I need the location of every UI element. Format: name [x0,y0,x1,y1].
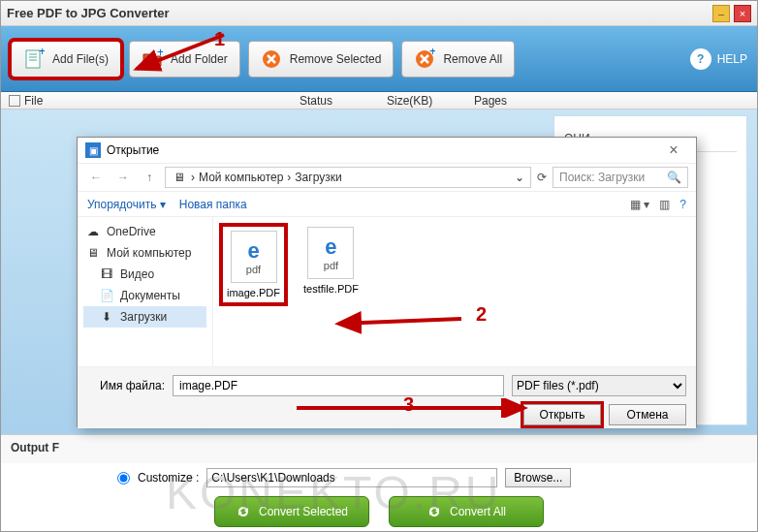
file-plus-icon: + [23,48,45,70]
dialog-sidebar: ☁OneDrive 🖥Мой компьютер 🎞Видео 📄Докумен… [78,217,213,366]
output-options: Customize : Browse... [1,463,757,492]
col-size: Size(KB) [387,94,474,108]
file-item[interactable]: epdf testfile.PDF [303,227,359,295]
forward-button[interactable]: → [112,167,134,188]
up-button[interactable]: ↑ [140,168,159,187]
pdf-icon: e [247,238,259,264]
filename-input[interactable] [173,375,504,396]
convert-selected-button[interactable]: Convert Selected [214,496,369,527]
sidebar-item-downloads[interactable]: ⬇Загрузки [83,306,206,328]
convert-all-button[interactable]: Convert All [389,496,544,527]
svg-text:+: + [39,48,45,58]
back-button[interactable]: ← [85,167,107,188]
cancel-button[interactable]: Отмена [609,404,686,425]
remove-all-label: Remove All [443,52,502,66]
dialog-app-icon: ▣ [85,142,101,158]
select-all-checkbox[interactable] [9,95,20,107]
minimize-button[interactable]: – [712,5,730,22]
pdf-icon: e [325,235,336,260]
sidebar-item-video[interactable]: 🎞Видео [83,264,206,285]
customize-label: Customize : [138,471,199,485]
dialog-tools: Упорядочить ▾ Новая папка ▦ ▾ ▥ ? [78,192,696,217]
remove-x-icon: + [414,48,435,70]
computer-icon: 🖥 [172,170,187,185]
dialog-titlebar: ▣ Открытие × [78,138,696,163]
customize-radio[interactable] [117,472,130,485]
dialog-file-grid[interactable]: epdf image.PDF epdf testfile.PDF [213,217,696,366]
output-section-label: Output F [1,434,757,463]
dialog-help-button[interactable]: ? [679,198,686,211]
svg-text:+: + [429,48,435,58]
convert-selected-label: Convert Selected [259,505,348,518]
close-button[interactable]: × [734,5,751,22]
svg-text:+: + [157,48,163,59]
titlebar: Free PDF to JPG Converter – × [1,1,757,26]
remove-all-button[interactable]: + Remove All [401,41,515,78]
download-icon: ⬇ [99,309,114,325]
dialog-footer: Имя файла: PDF files (*.pdf) Открыть Отм… [78,366,696,428]
search-icon: 🔍 [667,171,681,184]
file-name: image.PDF [227,287,280,298]
col-pages: Pages [474,94,532,108]
document-icon: 📄 [99,288,114,303]
filetype-select[interactable]: PDF files (*.pdf) [512,375,686,396]
folder-plus-icon: + [142,48,163,70]
column-headers: File Status Size(KB) Pages [1,92,757,110]
col-status: Status [300,94,387,108]
path-bar[interactable]: 🖥 › Мой компьютер › Загрузки ⌄ [165,167,531,188]
view-mode-button[interactable]: ▦ ▾ [630,198,649,211]
dialog-nav: ← → ↑ 🖥 › Мой компьютер › Загрузки ⌄ ⟳ П… [78,163,696,192]
sidebar-item-onedrive[interactable]: ☁OneDrive [83,221,206,242]
add-folder-label: Add Folder [171,52,228,66]
dialog-title: Открытие [107,143,159,157]
file-item[interactable]: epdf image.PDF [223,227,284,302]
remove-selected-label: Remove Selected [290,52,382,66]
convert-row: Convert Selected Convert All [1,492,757,531]
add-files-button[interactable]: + Add File(s) [11,41,121,78]
refresh-icon [426,504,442,519]
remove-selected-button[interactable]: Remove Selected [248,41,395,78]
add-folder-button[interactable]: + Add Folder [129,41,240,78]
add-files-label: Add File(s) [52,52,109,66]
col-file: File [24,94,43,108]
svg-rect-0 [26,50,40,68]
open-button[interactable]: Открыть [523,404,601,425]
sidebar-item-documents[interactable]: 📄Документы [83,285,206,306]
new-folder-button[interactable]: Новая папка [179,198,247,211]
refresh-icon [236,504,251,519]
file-name: testfile.PDF [303,283,359,295]
file-open-dialog: ▣ Открытие × ← → ↑ 🖥 › Мой компьютер › З… [77,137,697,427]
refresh-button[interactable]: ⟳ [537,171,547,184]
window-title: Free PDF to JPG Converter [7,6,170,20]
cloud-icon: ☁ [85,224,101,239]
filename-label: Имя файла: [87,379,165,392]
computer-icon: 🖥 [85,245,101,261]
browse-button[interactable]: Browse... [505,468,571,487]
dialog-close-button[interactable]: × [659,141,688,160]
video-icon: 🎞 [99,266,114,282]
search-input[interactable]: Поиск: Загрузки 🔍 [553,167,688,188]
sidebar-item-computer[interactable]: 🖥Мой компьютер [83,242,206,264]
preview-pane-button[interactable]: ▥ [659,198,670,211]
output-path-input[interactable] [206,468,497,487]
main-toolbar: + Add File(s) + Add Folder Remove Select… [1,26,757,92]
help-icon: ? [690,48,711,70]
convert-all-label: Convert All [450,505,506,518]
organize-menu[interactable]: Упорядочить ▾ [87,198,166,211]
help-button[interactable]: ? HELP [690,48,747,70]
remove-x-icon [261,48,282,70]
help-label: HELP [717,52,747,66]
